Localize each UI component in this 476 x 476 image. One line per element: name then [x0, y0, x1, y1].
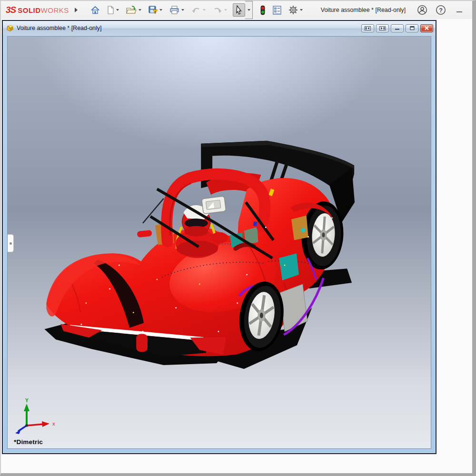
- print-icon: [169, 6, 179, 14]
- triad-y-label: Y: [25, 398, 29, 403]
- view-orientation-label: *Dimetric: [14, 438, 43, 446]
- open-dropdown[interactable]: [139, 9, 141, 11]
- panel-splitter-tab[interactable]: [8, 234, 14, 252]
- document-minimize-button[interactable]: [391, 24, 404, 32]
- save-icon: [149, 6, 158, 15]
- undo-dropdown: [203, 9, 206, 11]
- print-dropdown[interactable]: [181, 9, 184, 11]
- document-close-icon: [424, 26, 429, 30]
- save-button[interactable]: [147, 4, 164, 16]
- app-title: Voiture assomblee * [Read-only]: [321, 7, 406, 13]
- dock-pane-right-button[interactable]: [376, 24, 389, 32]
- minimize-button[interactable]: [454, 5, 465, 15]
- main-toolbar: 3S SOLID WORKS: [1, 1, 472, 19]
- document-restore-icon: [409, 26, 415, 30]
- new-document-icon: [107, 6, 114, 14]
- document-window: Voiture assomblee * [Read-only]: [2, 20, 436, 454]
- document-minimize-icon: [395, 26, 400, 30]
- side-mirror: [137, 230, 152, 238]
- brand-mark: 3S: [6, 5, 18, 15]
- dock-pane-left-icon: [365, 26, 371, 30]
- redo-icon: [213, 6, 222, 14]
- home-button[interactable]: [89, 4, 101, 16]
- help-icon: ?: [436, 5, 446, 15]
- maximize-button[interactable]: [473, 5, 476, 15]
- new-document-dropdown[interactable]: [116, 9, 119, 11]
- toolbar-flyout-arrow-icon[interactable]: [75, 8, 78, 12]
- graphics-viewport[interactable]: Y x *Dimetric: [7, 36, 431, 449]
- redo-button[interactable]: [211, 5, 228, 15]
- options-button[interactable]: [287, 4, 304, 16]
- open-button[interactable]: [125, 4, 143, 16]
- document-close-button[interactable]: [420, 24, 433, 32]
- mdi-client-area: Voiture assomblee * [Read-only]: [1, 20, 472, 473]
- undo-icon: [191, 6, 201, 14]
- select-cursor-icon: [235, 5, 243, 15]
- print-button[interactable]: [168, 4, 186, 16]
- select-tool-button[interactable]: [233, 3, 245, 17]
- document-restore-button[interactable]: [406, 24, 418, 32]
- redo-dropdown: [224, 9, 227, 11]
- new-document-button[interactable]: [106, 4, 120, 16]
- assembly-document-icon: [6, 24, 14, 32]
- undo-button[interactable]: [190, 5, 207, 15]
- home-icon: [90, 6, 100, 14]
- document-titlebar[interactable]: Voiture assomblee * [Read-only]: [3, 21, 436, 35]
- solidworks-logo: 3S SOLID WORKS: [6, 5, 69, 15]
- document-title: Voiture assomblee * [Read-only]: [17, 25, 359, 31]
- dock-pane-right-icon: [379, 26, 386, 30]
- model-race-car[interactable]: [8, 37, 431, 448]
- mirror-box: [202, 196, 226, 214]
- account-button[interactable]: [417, 5, 427, 15]
- dock-pane-left-button[interactable]: [361, 24, 374, 32]
- triad-x-label: x: [52, 421, 55, 426]
- minimize-icon: [456, 7, 463, 13]
- traffic-light-icon: [260, 5, 266, 15]
- brand-name-bold: SOLID: [18, 6, 40, 14]
- solidworks-window: 3S SOLID WORKS: [0, 0, 476, 476]
- user-account-icon: [417, 5, 427, 15]
- property-form-button[interactable]: [271, 4, 283, 16]
- property-form-icon: [273, 6, 281, 15]
- select-tool-dropdown[interactable]: [245, 1, 253, 19]
- save-dropdown[interactable]: [159, 9, 162, 11]
- orientation-triad: Y x: [12, 398, 60, 435]
- document-frame: Y x *Dimetric: [4, 36, 435, 452]
- brand-name-light: WORKS: [41, 6, 69, 14]
- options-dropdown[interactable]: [300, 9, 303, 11]
- open-folder-icon: [126, 6, 137, 14]
- gear-icon: [288, 5, 298, 15]
- svg-text:?: ?: [439, 7, 443, 14]
- help-button[interactable]: ?: [436, 5, 446, 15]
- traffic-light-button[interactable]: [258, 4, 267, 17]
